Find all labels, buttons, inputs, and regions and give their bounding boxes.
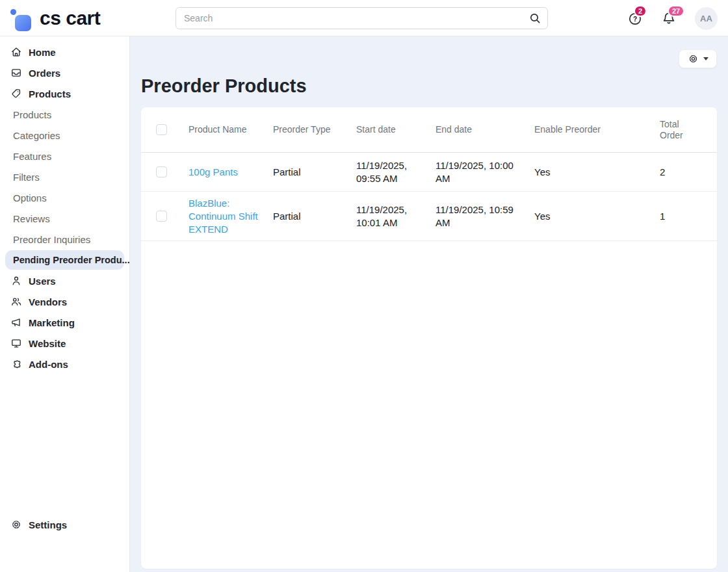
- end-date-cell: 11/19/2025, 10:00 AM: [436, 159, 534, 185]
- column-header-total-order[interactable]: Total Order: [660, 119, 697, 141]
- marketing-megaphone-icon: [10, 317, 22, 328]
- sidebar-item-products-sub[interactable]: Products: [0, 104, 129, 125]
- addons-puzzle-icon: [10, 358, 22, 370]
- logo-dot: [10, 9, 16, 15]
- page-title: Preorder Products: [141, 75, 307, 97]
- sidebar-item-label: Website: [29, 338, 66, 349]
- sidebar-item-categories[interactable]: Categories: [0, 125, 129, 146]
- total-order-cell: 2: [660, 166, 717, 179]
- notifications-badge: 27: [668, 5, 684, 17]
- website-monitor-icon: [10, 337, 22, 349]
- sidebar-item-label: Features: [13, 151, 51, 162]
- vendors-icon: [10, 296, 22, 307]
- logo-text: cs cart: [40, 7, 100, 29]
- sidebar-item-label: Products: [29, 88, 71, 99]
- sidebar-item-options[interactable]: Options: [0, 187, 129, 208]
- sidebar-item-filters[interactable]: Filters: [0, 166, 129, 187]
- preorder-products-table: Product Name Preorder Type Start date En…: [141, 107, 717, 569]
- start-date-cell: 11/19/2025, 09:55 AM: [356, 159, 436, 185]
- sidebar-item-label: Orders: [29, 68, 60, 79]
- sidebar-item-label: Preorder Inquiries: [13, 234, 90, 245]
- sidebar-item-products[interactable]: Products: [0, 83, 129, 104]
- sidebar-item-home[interactable]: Home: [0, 42, 129, 62]
- select-all-checkbox[interactable]: [156, 124, 167, 135]
- sidebar-item-addons[interactable]: Add-ons: [0, 354, 129, 374]
- column-header-product-name[interactable]: Product Name: [188, 124, 273, 135]
- sidebar-item-label: Pending Preorder Produ...: [13, 255, 130, 265]
- topbar-right: ? 2 27 AA: [627, 0, 718, 36]
- sidebar-item-label: Marketing: [29, 317, 75, 328]
- sidebar-item-label: Categories: [13, 130, 60, 141]
- settings-gear-icon: [10, 519, 22, 530]
- sidebar-item-label: Vendors: [29, 296, 67, 307]
- sidebar-item-settings[interactable]: Settings: [0, 514, 130, 535]
- sidebar-item-label: Users: [29, 276, 56, 287]
- product-name-link[interactable]: 100g Pants: [188, 166, 238, 177]
- sidebar: Home Orders Products Products: [0, 36, 130, 572]
- table-row: 100g Pants Partial 11/19/2025, 09:55 AM …: [141, 153, 717, 192]
- sidebar-item-users[interactable]: Users: [0, 270, 129, 291]
- row-checkbox[interactable]: [156, 166, 167, 177]
- end-date-cell: 11/19/2025, 10:59 AM: [436, 203, 534, 229]
- sidebar-item-label: Settings: [29, 519, 67, 530]
- home-icon: [10, 46, 22, 58]
- sidebar-item-features[interactable]: Features: [0, 146, 129, 166]
- avatar[interactable]: AA: [695, 7, 718, 30]
- main-content: Preorder Products Product Name Preorder …: [130, 36, 728, 572]
- search-icon[interactable]: [528, 12, 541, 25]
- column-header-preorder-type[interactable]: Preorder Type: [273, 124, 356, 135]
- sidebar-item-marketing[interactable]: Marketing: [0, 312, 129, 333]
- preorder-type-cell: Partial: [273, 166, 356, 179]
- sidebar-item-orders[interactable]: Orders: [0, 62, 129, 83]
- preorder-type-cell: Partial: [273, 210, 356, 223]
- total-order-cell: 1: [660, 210, 717, 223]
- help-button[interactable]: ? 2: [627, 10, 643, 26]
- logo-square: [15, 15, 31, 31]
- products-tag-icon: [10, 88, 22, 99]
- sidebar-footer: Settings: [0, 514, 130, 535]
- search-input[interactable]: [176, 7, 548, 29]
- sidebar-item-vendors[interactable]: Vendors: [0, 291, 129, 312]
- column-header-enable-preorder[interactable]: Enable Preorder: [534, 124, 660, 135]
- cs-cart-logo-icon: [9, 4, 31, 32]
- sidebar-item-reviews[interactable]: Reviews: [0, 208, 129, 229]
- enable-preorder-cell: Yes: [534, 210, 660, 223]
- topbar: cs cart ? 2: [0, 0, 728, 36]
- users-icon: [10, 275, 22, 287]
- caret-down-icon: [703, 57, 708, 60]
- enable-preorder-cell: Yes: [534, 166, 660, 179]
- cs-cart-logo[interactable]: cs cart: [9, 4, 100, 32]
- sidebar-item-pending-preorder-products[interactable]: Pending Preorder Produ...: [5, 250, 124, 270]
- start-date-cell: 11/19/2025, 10:01 AM: [356, 203, 436, 229]
- svg-text:?: ?: [633, 16, 637, 23]
- global-search: [176, 7, 548, 29]
- sidebar-item-label: Options: [13, 192, 47, 203]
- orders-icon: [10, 67, 22, 79]
- row-checkbox[interactable]: [156, 211, 167, 222]
- gear-icon: [688, 53, 699, 64]
- sidebar-item-label: Home: [29, 47, 56, 58]
- sidebar-item-label: Filters: [13, 172, 40, 183]
- product-name-link[interactable]: BlazBlue: Continuum Shift EXTEND: [188, 198, 258, 235]
- table-header-row: Product Name Preorder Type Start date En…: [141, 107, 717, 153]
- table-settings-button[interactable]: [679, 49, 717, 68]
- sidebar-item-label: Reviews: [13, 213, 50, 224]
- cs-cart-admin: cs cart ? 2: [0, 0, 728, 572]
- sidebar-item-label: Add-ons: [29, 359, 68, 370]
- table-row: BlazBlue: Continuum Shift EXTEND Partial…: [141, 192, 717, 241]
- column-header-end-date[interactable]: End date: [436, 124, 534, 135]
- notifications-button[interactable]: 27: [661, 10, 677, 26]
- sidebar-item-label: Products: [13, 109, 51, 120]
- sidebar-item-website[interactable]: Website: [0, 333, 129, 354]
- column-header-start-date[interactable]: Start date: [356, 124, 436, 135]
- help-badge: 2: [634, 5, 647, 17]
- sidebar-item-preorder-inquiries[interactable]: Preorder Inquiries: [0, 229, 129, 250]
